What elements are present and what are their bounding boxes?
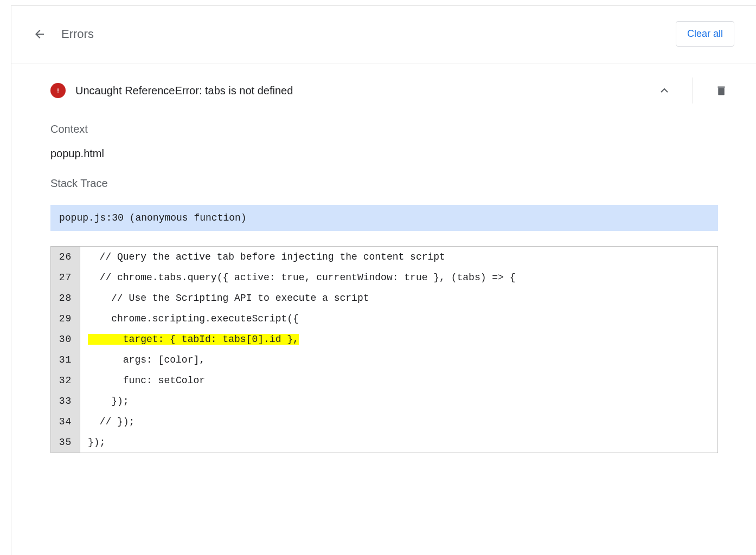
line-number: 31 bbox=[51, 350, 80, 370]
line-number: 35 bbox=[51, 432, 80, 453]
back-arrow-icon[interactable] bbox=[33, 28, 46, 41]
stack-frame[interactable]: popup.js:30 (anonymous function) bbox=[50, 205, 718, 231]
code-line: 29 chrome.scripting.executeScript({ bbox=[51, 308, 717, 329]
line-number: 29 bbox=[51, 308, 80, 329]
code-line: 34 // }); bbox=[51, 411, 717, 432]
collapse-chevron-icon[interactable] bbox=[651, 78, 677, 104]
line-number: 28 bbox=[51, 288, 80, 308]
line-content: chrome.scripting.executeScript({ bbox=[80, 308, 717, 329]
error-message: Uncaught ReferenceError: tabs is not def… bbox=[75, 85, 293, 97]
error-summary: Uncaught ReferenceError: tabs is not def… bbox=[50, 83, 293, 98]
clear-all-button[interactable]: Clear all bbox=[676, 21, 734, 47]
code-block: 26 // Query the active tab before inject… bbox=[50, 246, 718, 453]
svg-rect-0 bbox=[719, 88, 725, 95]
code-line: 28 // Use the Scripting API to execute a… bbox=[51, 288, 717, 308]
context-heading: Context bbox=[50, 123, 718, 135]
code-line: 32 func: setColor bbox=[51, 370, 717, 391]
action-separator bbox=[693, 78, 693, 104]
errors-panel: Errors Clear all Uncaught ReferenceError… bbox=[11, 5, 756, 555]
error-details: Context popup.html Stack Trace popup.js:… bbox=[11, 123, 756, 453]
line-number: 34 bbox=[51, 411, 80, 432]
line-number: 26 bbox=[51, 247, 80, 267]
page-title: Errors bbox=[61, 27, 94, 41]
line-content: args: [color], bbox=[80, 350, 717, 370]
line-number: 32 bbox=[51, 370, 80, 391]
highlighted-code: target: { tabId: tabs[0].id }, bbox=[88, 334, 299, 345]
header-left: Errors bbox=[33, 27, 94, 41]
code-line: 27 // chrome.tabs.query({ active: true, … bbox=[51, 267, 717, 288]
line-content: }); bbox=[80, 391, 717, 411]
error-icon bbox=[50, 83, 66, 98]
line-content: // chrome.tabs.query({ active: true, cur… bbox=[80, 267, 717, 288]
error-row[interactable]: Uncaught ReferenceError: tabs is not def… bbox=[11, 63, 756, 118]
error-actions bbox=[651, 78, 734, 104]
code-line: 26 // Query the active tab before inject… bbox=[51, 247, 717, 267]
code-line: 30 target: { tabId: tabs[0].id }, bbox=[51, 329, 717, 350]
line-number: 33 bbox=[51, 391, 80, 411]
line-content: }); bbox=[80, 432, 717, 453]
stack-trace-heading: Stack Trace bbox=[50, 177, 718, 190]
code-line: 35}); bbox=[51, 432, 717, 453]
context-value: popup.html bbox=[50, 147, 718, 160]
line-content: // }); bbox=[80, 411, 717, 432]
line-number: 30 bbox=[51, 329, 80, 350]
line-number: 27 bbox=[51, 267, 80, 288]
code-line: 33 }); bbox=[51, 391, 717, 411]
line-content: // Query the active tab before injecting… bbox=[80, 247, 717, 267]
delete-error-icon[interactable] bbox=[708, 78, 734, 104]
code-line: 31 args: [color], bbox=[51, 350, 717, 370]
line-content: func: setColor bbox=[80, 370, 717, 391]
header: Errors Clear all bbox=[11, 21, 756, 63]
line-content: // Use the Scripting API to execute a sc… bbox=[80, 288, 717, 308]
line-content: target: { tabId: tabs[0].id }, bbox=[80, 329, 717, 350]
